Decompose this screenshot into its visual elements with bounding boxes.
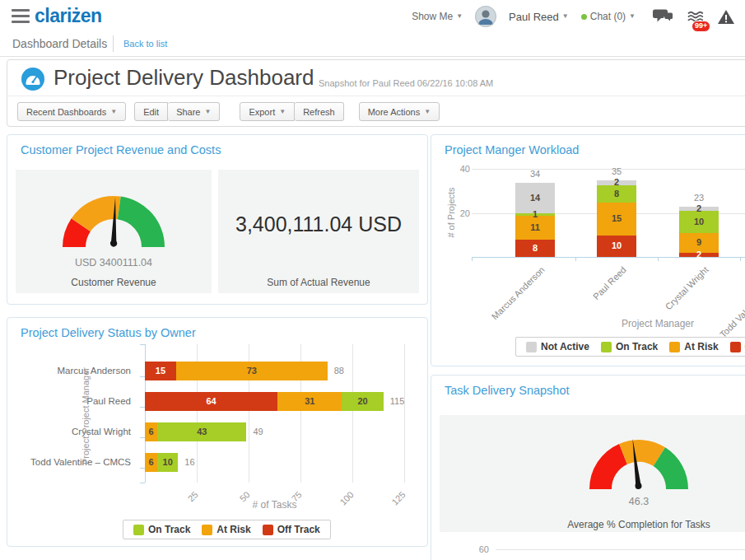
legend-swatch — [669, 342, 680, 352]
chevron-down-icon: ▼ — [110, 109, 117, 115]
bar-segment[interactable]: 43 — [157, 422, 246, 441]
bar-segment-label: 73 — [247, 366, 257, 376]
legend-item[interactable]: Off Track — [730, 341, 745, 352]
bar-segment[interactable]: 73 — [176, 362, 328, 380]
bar-segment-label: 9 — [696, 238, 701, 247]
bar-segment[interactable]: 11 — [515, 216, 555, 240]
warning-icon[interactable] — [717, 9, 735, 25]
interact-waves-icon[interactable]: 99+ — [687, 10, 705, 23]
panel-revenue-title[interactable]: Customer Project Revenue and Costs — [21, 143, 221, 156]
chevron-down-icon: ▼ — [279, 109, 286, 115]
bar-segment-label: 1 — [533, 210, 538, 219]
panel-task: Task Delivery Snapshot 46.3 Average % Co… — [431, 375, 745, 560]
legend-item[interactable]: Not Active — [526, 341, 589, 352]
breadcrumb-divider — [113, 35, 114, 52]
topbar: clariżen Show Me ▼ Paul Reed ▼ Chat (0) … — [0, 0, 745, 33]
button-label: Recent Dashboards — [26, 107, 106, 117]
hamburger-icon[interactable] — [12, 9, 30, 23]
toolbar: Recent Dashboards ▼ Edit Share ▼ Export … — [17, 102, 440, 121]
bar-segment[interactable]: 1 — [515, 213, 555, 216]
bar-segment[interactable]: 6 — [145, 453, 157, 472]
axis-tick — [575, 257, 576, 261]
workload-chart: 2040Marcus Anderson81111434Paul Reed1015… — [431, 135, 745, 366]
workload-legend: Not ActiveOn TrackAt RiskOff Track — [515, 337, 745, 357]
bar-segment[interactable]: 15 — [145, 362, 176, 380]
button-label: Refresh — [303, 107, 335, 117]
export-button[interactable]: Export ▼ — [240, 102, 295, 121]
status-y-axis-title: Project.Project Manager — [81, 350, 91, 482]
avatar-image — [475, 6, 496, 27]
share-button[interactable]: Share ▼ — [168, 102, 220, 121]
breadcrumb: Dashboard Details Back to list — [0, 33, 745, 57]
toolbar-group: More Actions ▼ — [359, 102, 440, 121]
axis-tick — [472, 257, 473, 261]
refresh-button[interactable]: Refresh — [295, 102, 344, 121]
bar-segment[interactable]: 10 — [157, 453, 178, 472]
bar-segment[interactable]: 2 — [679, 253, 719, 257]
legend-label: At Risk — [217, 524, 250, 535]
bar-segment-label: 2 — [614, 178, 619, 187]
show-me-menu[interactable]: Show Me ▼ — [412, 11, 463, 22]
back-to-list-link[interactable]: Back to list — [123, 39, 167, 49]
legend-label: On Track — [616, 341, 658, 352]
revenue-gauge-card: USD 3400111.04 Customer Revenue — [16, 170, 212, 293]
avatar[interactable] — [475, 6, 496, 27]
legend-item[interactable]: On Track — [133, 524, 190, 535]
legend-item[interactable]: At Risk — [202, 524, 250, 535]
task-partial-tick-label: 60 — [464, 544, 489, 554]
chevron-down-icon: ▼ — [629, 13, 636, 20]
legend-label: On Track — [148, 524, 190, 535]
status-chart: 255075100125Marcus Anderson157388Paul Re… — [7, 318, 427, 546]
bar-segment[interactable]: 20 — [342, 392, 383, 411]
bar-segment-label: 10 — [694, 217, 704, 226]
toolbar-group: Recent Dashboards ▼ — [17, 102, 126, 121]
legend-item[interactable]: On Track — [601, 341, 658, 352]
app-logo: clariżen — [35, 5, 102, 27]
legend-swatch — [601, 342, 612, 352]
task-gauge-value: 46.3 — [569, 496, 709, 507]
bar-segment-label: 8 — [614, 189, 619, 198]
category-label: Paul Reed — [7, 396, 131, 406]
axis-tick — [140, 483, 145, 483]
bar-segment[interactable]: 31 — [277, 392, 342, 411]
bar-segment-label: 6 — [148, 427, 153, 436]
legend-swatch — [133, 525, 144, 535]
bar-segment[interactable]: 15 — [597, 203, 636, 236]
bar-segment-label: 2 — [696, 250, 701, 259]
axis-tick — [140, 344, 145, 345]
bar-segment[interactable]: 8 — [597, 185, 636, 203]
toolbar-group: Edit Share ▼ — [134, 102, 220, 121]
breadcrumb-title: Dashboard Details — [12, 37, 107, 50]
bar-segment[interactable]: 8 — [515, 240, 555, 257]
workload-y-axis-title: # of Projects — [446, 163, 456, 262]
panel-workload: Project Manger Workload 2040Marcus Ander… — [431, 134, 745, 366]
panel-status: Project Delivery Status by Owner 2550751… — [7, 317, 428, 547]
bar-segment[interactable]: 2 — [679, 207, 719, 211]
bar-segment[interactable]: 10 — [679, 211, 719, 232]
legend-item[interactable]: At Risk — [669, 341, 718, 352]
legend-label: Off Track — [277, 524, 320, 535]
bar-segment-label: 15 — [612, 214, 622, 223]
workload-x-axis-title: Project Manager — [563, 318, 745, 329]
button-label: Edit — [143, 107, 159, 117]
bar-segment[interactable]: 10 — [597, 236, 636, 257]
bar-total-label: 35 — [597, 167, 636, 176]
status-legend: On TrackAt RiskOff Track — [123, 520, 331, 539]
bar-segment[interactable]: 2 — [597, 180, 636, 184]
edit-button[interactable]: Edit — [134, 102, 168, 121]
category-label: Todd Valentine – CMCS — [7, 457, 131, 467]
more-actions-button[interactable]: More Actions ▼ — [359, 102, 440, 121]
recent-dashboards-button[interactable]: Recent Dashboards ▼ — [17, 102, 126, 121]
legend-item[interactable]: Off Track — [263, 524, 320, 535]
panel-task-title[interactable]: Task Delivery Snapshot — [445, 384, 570, 397]
revenue-gauge-value: USD 3400111.04 — [16, 257, 212, 268]
bar-segment-label: 14 — [530, 194, 540, 203]
chat-bubbles-icon[interactable] — [653, 8, 674, 25]
bar-segment[interactable]: 6 — [145, 422, 157, 441]
chat-menu[interactable]: Chat (0) ▼ — [581, 11, 636, 22]
bar-segment-label: 20 — [357, 397, 367, 406]
bar-segment[interactable]: 64 — [145, 392, 277, 411]
sum-of-actual-revenue-caption: Sum of Actual Revenue — [218, 277, 419, 288]
bar-segment-label: 2 — [696, 204, 701, 213]
user-menu[interactable]: Paul Reed ▼ — [509, 11, 569, 23]
